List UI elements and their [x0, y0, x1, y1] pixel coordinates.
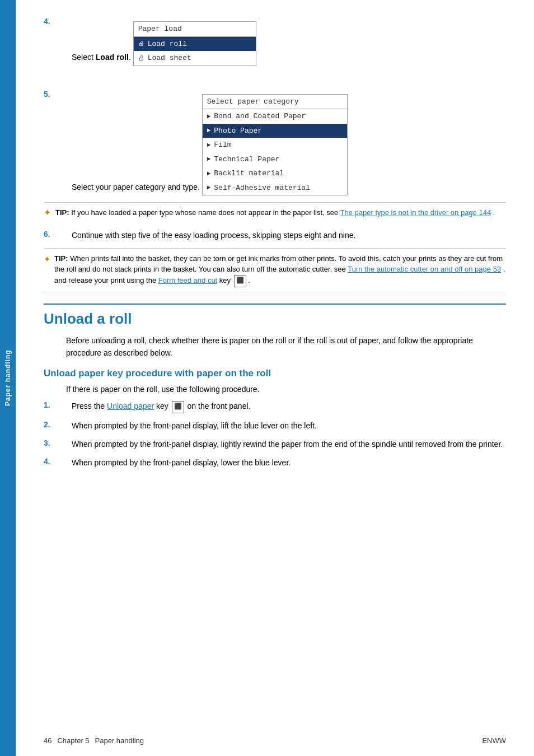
footer: 46 Chapter 5 Paper handling ENWW	[44, 736, 506, 745]
bond-arrow: ►	[207, 112, 211, 122]
menu-item-bond[interactable]: ► Bond and Coated Paper	[203, 109, 347, 124]
unload-subsection-intro: If there is paper on the roll, use the f…	[66, 385, 506, 394]
step-6-text: Continue with step five of the easy load…	[72, 231, 355, 240]
menu-item-load-roll[interactable]: 🖨 Load roll	[134, 37, 256, 52]
footer-chapter-label: Paper handling	[95, 736, 144, 745]
step-4: 4. Select Load roll. Paper load 🖨 Load r…	[44, 17, 506, 66]
footer-chapter: Chapter 5	[57, 736, 89, 745]
form-feed-key: ⬛	[234, 275, 246, 287]
film-label: Film	[214, 139, 231, 151]
footer-right: ENWW	[482, 736, 506, 745]
paper-load-menu: Paper load 🖨 Load roll 🖨 Load sheet	[133, 21, 256, 66]
tip-1-link[interactable]: The paper type is not in the driver on p…	[340, 208, 491, 217]
photo-arrow: ►	[207, 126, 211, 136]
tip-1-label: TIP:	[55, 208, 69, 217]
tip-2-content: TIP: When prints fall into the basket, t…	[54, 253, 506, 287]
step-4-text: Select	[72, 53, 96, 62]
unload-roll-intro: Before unloading a roll, check whether t…	[66, 334, 506, 360]
menu-item-film[interactable]: ► Film	[203, 138, 347, 152]
tip-2-label: TIP:	[54, 254, 68, 263]
footer-left: 46 Chapter 5 Paper handling	[44, 736, 144, 745]
unload-step-2: 2. When prompted by the front-panel disp…	[44, 420, 506, 432]
main-content: 4. Select Load roll. Paper load 🖨 Load r…	[16, 0, 534, 756]
paper-category-menu: Select paper category ► Bond and Coated …	[202, 94, 348, 196]
menu-item-backlit[interactable]: ► Backlit material	[203, 166, 347, 181]
step-6-number: 6.	[44, 230, 72, 239]
unload-step-1-num: 1.	[44, 400, 72, 409]
tip-1-text-after: .	[493, 208, 495, 217]
backlit-arrow: ►	[207, 169, 211, 179]
unload-step-3: 3. When prompted by the front-panel disp…	[44, 438, 506, 450]
sidebar-label: Paper handling	[4, 350, 12, 407]
technical-label: Technical Paper	[214, 154, 279, 165]
tip-2-period: .	[248, 276, 250, 284]
backlit-label: Backlit material	[214, 168, 284, 179]
load-sheet-label: Load sheet	[148, 53, 191, 64]
step-5: 5. Select your paper category and type. …	[44, 90, 506, 196]
unload-step-3-num: 3.	[44, 438, 72, 447]
tip-2-link1[interactable]: Turn the automatic cutter on and off on …	[348, 265, 501, 273]
tip-1: ✦ TIP: If you have loaded a paper type w…	[44, 202, 506, 223]
step-4-bold: Load roll	[96, 53, 129, 62]
unload-step-1: 1. Press the Unload paper key ⬛ on the f…	[44, 400, 506, 413]
unload-step-4-num: 4.	[44, 457, 72, 466]
step-5-text: Select your paper category and type.	[72, 182, 200, 191]
menu-item-photo[interactable]: ► Photo Paper	[203, 124, 347, 138]
photo-label: Photo Paper	[214, 125, 262, 137]
step-6-content: Continue with step five of the easy load…	[72, 230, 506, 241]
tip-2-link2[interactable]: Form feed and cut	[158, 276, 218, 284]
unload-paper-link[interactable]: Unload paper	[107, 402, 154, 410]
step-5-number: 5.	[44, 90, 72, 99]
technical-arrow: ►	[207, 155, 211, 164]
unload-step-2-desc: When prompted by the front-panel display…	[72, 420, 506, 432]
footer-page: 46	[44, 736, 51, 745]
unload-step-4-desc: When prompted by the front-panel display…	[72, 457, 506, 469]
load-roll-icon: 🖨	[138, 39, 144, 49]
unload-step-3-desc: When prompted by the front-panel display…	[72, 438, 506, 450]
unload-step-2-num: 2.	[44, 420, 72, 429]
tip-1-icon: ✦	[44, 207, 51, 218]
tip-2-icon: ✦	[44, 253, 51, 266]
menu-item-technical[interactable]: ► Technical Paper	[203, 152, 347, 167]
unload-step-1-desc: Press the Unload paper key ⬛ on the fron…	[72, 400, 506, 413]
step-5-content: Select your paper category and type. Sel…	[72, 90, 506, 196]
self-adhesive-label: Self-Adhesive material	[214, 183, 310, 194]
load-roll-label: Load roll	[148, 39, 187, 50]
tip-1-text: If you have loaded a paper type whose na…	[71, 208, 340, 217]
unload-roll-title: Unload a roll	[44, 310, 506, 328]
step-6: 6. Continue with step five of the easy l…	[44, 230, 506, 241]
sidebar: Paper handling	[0, 0, 16, 756]
load-sheet-icon: 🖨	[138, 54, 144, 63]
unload-key-icon: ⬛	[172, 401, 184, 413]
menu-title: Paper load	[134, 22, 256, 37]
step-4-content: Select Load roll. Paper load 🖨 Load roll…	[72, 17, 506, 66]
menu-item-load-sheet[interactable]: 🖨 Load sheet	[134, 51, 256, 66]
tip-2: ✦ TIP: When prints fall into the basket,…	[44, 248, 506, 292]
tip-1-content: TIP: If you have loaded a paper type who…	[55, 207, 495, 218]
tip-2-text-after: key	[219, 276, 233, 284]
unload-steps: 1. Press the Unload paper key ⬛ on the f…	[44, 400, 506, 468]
section-divider	[44, 304, 506, 305]
bond-label: Bond and Coated Paper	[214, 111, 306, 122]
unload-step-4: 4. When prompted by the front-panel disp…	[44, 457, 506, 469]
step-4-number: 4.	[44, 17, 72, 26]
film-arrow: ►	[207, 141, 211, 150]
paper-category-title: Select paper category	[203, 95, 347, 110]
menu-item-self-adhesive[interactable]: ► Self-Adhesive material	[203, 181, 347, 195]
unload-subsection-title: Unload paper key procedure with paper on…	[44, 368, 506, 379]
self-adhesive-arrow: ►	[207, 183, 211, 193]
